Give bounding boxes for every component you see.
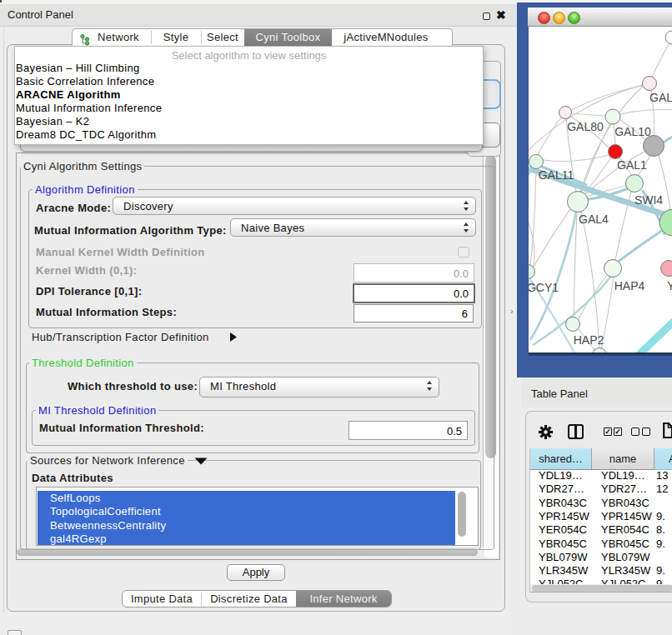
svg-text:GAL1: GAL1 xyxy=(617,158,647,172)
svg-text:GAL80: GAL80 xyxy=(567,120,604,133)
svg-text:Y: Y xyxy=(667,279,672,292)
svg-text:GAL2: GAL2 xyxy=(649,91,672,104)
svg-text:HAP4: HAP4 xyxy=(614,279,645,292)
svg-text:GAL10: GAL10 xyxy=(614,125,651,138)
svg-text:HAP2: HAP2 xyxy=(574,333,604,347)
svg-text:GAL4: GAL4 xyxy=(579,212,609,226)
svg-text:GAL11: GAL11 xyxy=(539,168,574,182)
svg-text:SWI4: SWI4 xyxy=(634,193,663,207)
svg-text:GCY1: GCY1 xyxy=(529,281,559,294)
